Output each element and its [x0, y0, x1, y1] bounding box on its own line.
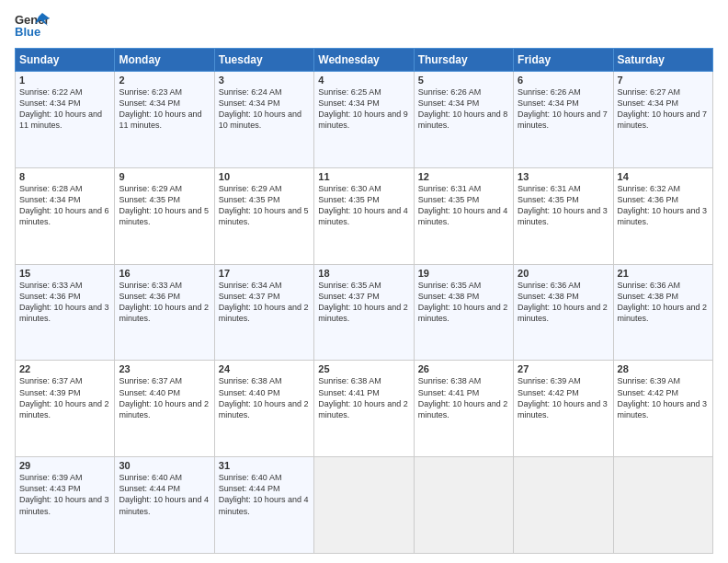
day-number: 24	[219, 363, 310, 374]
day-number: 26	[418, 363, 509, 374]
day-info: Sunrise: 6:22 AMSunset: 4:34 PMDaylight:…	[19, 86, 110, 132]
column-header-tuesday: Tuesday	[214, 49, 313, 72]
page: General Blue SundayMondayTuesdayWednesda…	[0, 0, 728, 563]
day-info: Sunrise: 6:34 AMSunset: 4:37 PMDaylight:…	[219, 280, 310, 325]
column-header-sunday: Sunday	[16, 49, 115, 72]
calendar-cell: 7Sunrise: 6:27 AMSunset: 4:34 PMDaylight…	[613, 72, 712, 168]
day-info: Sunrise: 6:33 AMSunset: 4:36 PMDaylight:…	[19, 280, 110, 325]
calendar-cell: 6Sunrise: 6:26 AMSunset: 4:34 PMDaylight…	[514, 72, 613, 168]
calendar-cell: 24Sunrise: 6:38 AMSunset: 4:40 PMDayligh…	[214, 361, 313, 457]
calendar-cell: 14Sunrise: 6:32 AMSunset: 4:36 PMDayligh…	[613, 167, 712, 264]
calendar-cell: 25Sunrise: 6:38 AMSunset: 4:41 PMDayligh…	[314, 361, 414, 457]
day-number: 20	[518, 268, 609, 279]
week-row-2: 8Sunrise: 6:28 AMSunset: 4:34 PMDaylight…	[16, 167, 713, 264]
calendar-cell: 15Sunrise: 6:33 AMSunset: 4:36 PMDayligh…	[16, 264, 115, 361]
calendar-cell: 21Sunrise: 6:36 AMSunset: 4:38 PMDayligh…	[613, 264, 712, 361]
calendar-cell: 20Sunrise: 6:36 AMSunset: 4:38 PMDayligh…	[514, 264, 613, 361]
day-number: 19	[418, 268, 509, 279]
day-info: Sunrise: 6:33 AMSunset: 4:36 PMDaylight:…	[119, 280, 210, 325]
day-number: 16	[119, 268, 210, 279]
day-info: Sunrise: 6:28 AMSunset: 4:34 PMDaylight:…	[19, 183, 110, 228]
column-header-friday: Friday	[514, 49, 613, 72]
logo-bird-icon: General Blue	[15, 11, 50, 40]
week-row-1: 1Sunrise: 6:22 AMSunset: 4:34 PMDaylight…	[16, 72, 713, 168]
calendar-cell: 4Sunrise: 6:25 AMSunset: 4:34 PMDaylight…	[314, 72, 414, 168]
day-info: Sunrise: 6:25 AMSunset: 4:34 PMDaylight:…	[318, 86, 409, 132]
calendar-cell: 28Sunrise: 6:39 AMSunset: 4:42 PMDayligh…	[613, 361, 712, 457]
day-info: Sunrise: 6:30 AMSunset: 4:35 PMDaylight:…	[318, 183, 409, 228]
day-number: 11	[318, 171, 409, 182]
day-number: 2	[119, 75, 210, 86]
week-row-4: 22Sunrise: 6:37 AMSunset: 4:39 PMDayligh…	[16, 361, 713, 457]
calendar-cell: 30Sunrise: 6:40 AMSunset: 4:44 PMDayligh…	[115, 457, 214, 554]
week-row-3: 15Sunrise: 6:33 AMSunset: 4:36 PMDayligh…	[16, 264, 713, 361]
day-info: Sunrise: 6:38 AMSunset: 4:41 PMDaylight:…	[418, 375, 509, 420]
calendar-cell: 23Sunrise: 6:37 AMSunset: 4:40 PMDayligh…	[115, 361, 214, 457]
calendar-cell: 29Sunrise: 6:39 AMSunset: 4:43 PMDayligh…	[16, 457, 115, 554]
calendar-cell: 17Sunrise: 6:34 AMSunset: 4:37 PMDayligh…	[214, 264, 313, 361]
day-number: 9	[119, 171, 210, 182]
column-header-monday: Monday	[115, 49, 214, 72]
calendar-table: SundayMondayTuesdayWednesdayThursdayFrid…	[15, 48, 713, 554]
day-info: Sunrise: 6:31 AMSunset: 4:35 PMDaylight:…	[418, 183, 509, 228]
day-info: Sunrise: 6:40 AMSunset: 4:44 PMDaylight:…	[119, 472, 210, 517]
calendar-cell: 13Sunrise: 6:31 AMSunset: 4:35 PMDayligh…	[514, 167, 613, 264]
day-number: 22	[19, 363, 110, 374]
calendar-cell: 12Sunrise: 6:31 AMSunset: 4:35 PMDayligh…	[414, 167, 513, 264]
day-number: 1	[19, 75, 110, 86]
day-info: Sunrise: 6:38 AMSunset: 4:41 PMDaylight:…	[318, 375, 409, 420]
day-number: 17	[219, 268, 310, 279]
day-number: 18	[318, 268, 409, 279]
calendar-cell	[414, 457, 513, 554]
calendar-cell: 3Sunrise: 6:24 AMSunset: 4:34 PMDaylight…	[214, 72, 313, 168]
day-info: Sunrise: 6:38 AMSunset: 4:40 PMDaylight:…	[219, 375, 310, 420]
day-number: 10	[219, 171, 310, 182]
day-info: Sunrise: 6:39 AMSunset: 4:42 PMDaylight:…	[618, 375, 709, 420]
calendar-cell: 19Sunrise: 6:35 AMSunset: 4:38 PMDayligh…	[414, 264, 513, 361]
day-info: Sunrise: 6:40 AMSunset: 4:44 PMDaylight:…	[219, 472, 310, 517]
calendar-cell: 27Sunrise: 6:39 AMSunset: 4:42 PMDayligh…	[514, 361, 613, 457]
day-info: Sunrise: 6:26 AMSunset: 4:34 PMDaylight:…	[518, 86, 609, 132]
day-number: 3	[219, 75, 310, 86]
day-info: Sunrise: 6:24 AMSunset: 4:34 PMDaylight:…	[219, 86, 310, 132]
day-number: 5	[418, 75, 509, 86]
day-number: 30	[119, 460, 210, 471]
day-info: Sunrise: 6:39 AMSunset: 4:43 PMDaylight:…	[19, 472, 110, 517]
calendar-cell: 1Sunrise: 6:22 AMSunset: 4:34 PMDaylight…	[16, 72, 115, 168]
day-number: 29	[19, 460, 110, 471]
calendar-header-row: SundayMondayTuesdayWednesdayThursdayFrid…	[16, 49, 713, 72]
day-number: 28	[618, 363, 709, 374]
svg-text:Blue: Blue	[15, 25, 40, 39]
calendar-cell: 10Sunrise: 6:29 AMSunset: 4:35 PMDayligh…	[214, 167, 313, 264]
calendar-cell	[314, 457, 414, 554]
day-info: Sunrise: 6:23 AMSunset: 4:34 PMDaylight:…	[119, 86, 210, 132]
calendar-cell: 26Sunrise: 6:38 AMSunset: 4:41 PMDayligh…	[414, 361, 513, 457]
day-number: 4	[318, 75, 409, 86]
day-number: 13	[518, 171, 609, 182]
day-info: Sunrise: 6:37 AMSunset: 4:39 PMDaylight:…	[19, 375, 110, 420]
logo: General Blue	[15, 11, 50, 40]
column-header-wednesday: Wednesday	[314, 49, 414, 72]
calendar-cell	[613, 457, 712, 554]
week-row-5: 29Sunrise: 6:39 AMSunset: 4:43 PMDayligh…	[16, 457, 713, 554]
day-info: Sunrise: 6:29 AMSunset: 4:35 PMDaylight:…	[119, 183, 210, 228]
day-info: Sunrise: 6:35 AMSunset: 4:37 PMDaylight:…	[318, 280, 409, 325]
calendar-cell: 16Sunrise: 6:33 AMSunset: 4:36 PMDayligh…	[115, 264, 214, 361]
day-number: 14	[618, 171, 709, 182]
day-number: 8	[19, 171, 110, 182]
day-number: 31	[219, 460, 310, 471]
calendar-cell: 5Sunrise: 6:26 AMSunset: 4:34 PMDaylight…	[414, 72, 513, 168]
day-number: 21	[618, 268, 709, 279]
column-header-thursday: Thursday	[414, 49, 513, 72]
day-info: Sunrise: 6:39 AMSunset: 4:42 PMDaylight:…	[518, 375, 609, 420]
day-number: 15	[19, 268, 110, 279]
day-info: Sunrise: 6:27 AMSunset: 4:34 PMDaylight:…	[618, 86, 709, 132]
calendar-cell: 18Sunrise: 6:35 AMSunset: 4:37 PMDayligh…	[314, 264, 414, 361]
day-info: Sunrise: 6:36 AMSunset: 4:38 PMDaylight:…	[618, 280, 709, 325]
day-info: Sunrise: 6:26 AMSunset: 4:34 PMDaylight:…	[418, 86, 509, 132]
day-info: Sunrise: 6:35 AMSunset: 4:38 PMDaylight:…	[418, 280, 509, 325]
day-info: Sunrise: 6:37 AMSunset: 4:40 PMDaylight:…	[119, 375, 210, 420]
day-number: 6	[518, 75, 609, 86]
calendar-cell: 22Sunrise: 6:37 AMSunset: 4:39 PMDayligh…	[16, 361, 115, 457]
day-info: Sunrise: 6:32 AMSunset: 4:36 PMDaylight:…	[618, 183, 709, 228]
